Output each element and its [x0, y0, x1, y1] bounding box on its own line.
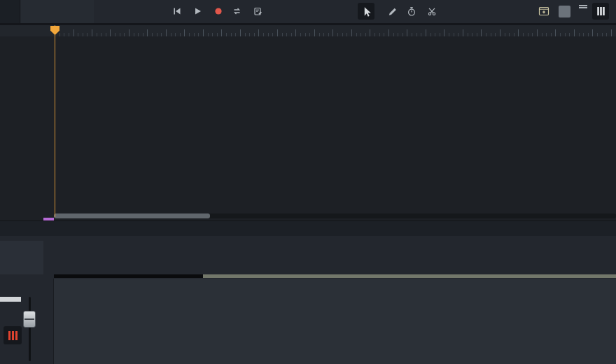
skip-to-start-button[interactable]	[169, 3, 186, 20]
loop-button[interactable]	[228, 3, 245, 20]
keyboard-scroll-thumb[interactable]	[203, 274, 616, 278]
channel-strip	[0, 279, 54, 364]
score-edit-icon[interactable]	[249, 3, 266, 20]
timeline-scrollbar-thumb[interactable]	[54, 214, 210, 218]
meter-bar	[0, 297, 21, 302]
virtual-keyboard-panel-header	[0, 220, 616, 236]
volume-fader-handle[interactable]	[23, 311, 36, 328]
scissors-tool[interactable]	[424, 3, 440, 20]
mixdown-icon[interactable]	[578, 4, 589, 18]
volume-fader-track[interactable]	[29, 297, 31, 361]
octave-minus-button[interactable]	[15, 258, 22, 267]
piano-keys	[54, 241, 616, 274]
cursor-tool[interactable]	[358, 3, 374, 20]
add-region-icon[interactable]	[536, 3, 552, 20]
time-display[interactable]	[21, 0, 94, 23]
timeline-scrollbar[interactable]	[54, 214, 616, 218]
menu-area[interactable]	[0, 0, 20, 23]
editor-toggle[interactable]	[559, 6, 570, 18]
device-chain-panel	[0, 279, 616, 364]
daw-app	[0, 0, 616, 364]
toolbar	[0, 0, 616, 25]
playhead-line[interactable]	[55, 25, 55, 217]
pencil-tool[interactable]	[384, 3, 400, 20]
ruler-bar-ticks	[55, 29, 616, 36]
keyboard-scroll-track[interactable]	[54, 274, 203, 278]
octave-plus-button[interactable]	[22, 258, 29, 267]
record-button[interactable]	[210, 3, 227, 20]
timeline-ruler[interactable]	[0, 25, 616, 36]
play-button[interactable]	[189, 3, 206, 20]
virtual-keyboard-toggle[interactable]	[592, 3, 609, 20]
stopwatch-tool[interactable]	[403, 3, 420, 20]
instrument-track-icon[interactable]	[4, 326, 22, 344]
octave-control	[0, 241, 43, 274]
